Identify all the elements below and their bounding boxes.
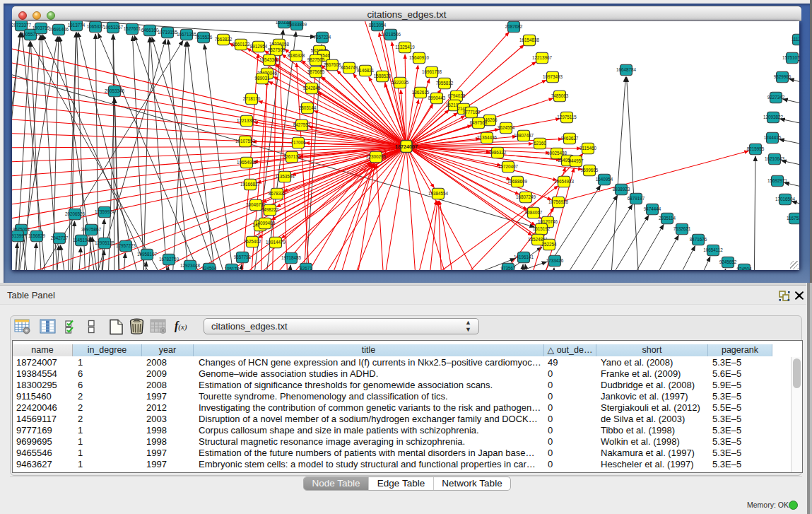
svg-text:9245652: 9245652 xyxy=(719,259,737,264)
svg-text:20206526: 20206526 xyxy=(65,211,86,216)
svg-text:3267130: 3267130 xyxy=(283,154,301,159)
svg-text:2935114: 2935114 xyxy=(659,216,676,221)
svg-text:10107553: 10107553 xyxy=(235,139,256,144)
svg-text:15751074: 15751074 xyxy=(782,55,799,60)
svg-text:924504: 924504 xyxy=(736,267,752,270)
svg-text:10807487: 10807487 xyxy=(514,133,534,138)
svg-text:8678332: 8678332 xyxy=(269,191,286,196)
svg-text:9115460: 9115460 xyxy=(579,146,597,151)
svg-text:8912954: 8912954 xyxy=(250,44,268,49)
svg-text:1167533: 1167533 xyxy=(787,216,799,221)
svg-text:2718170: 2718170 xyxy=(243,96,261,101)
svg-text:9657791: 9657791 xyxy=(234,255,252,259)
svg-text:17359924: 17359924 xyxy=(95,209,115,214)
svg-text:944957: 944957 xyxy=(568,158,584,163)
svg-text:10914479: 10914479 xyxy=(266,240,286,245)
svg-text:989031: 989031 xyxy=(254,76,270,81)
svg-text:39975867: 39975867 xyxy=(81,227,102,232)
svg-text:11325419: 11325419 xyxy=(395,45,415,49)
svg-text:9827505: 9827505 xyxy=(307,57,325,62)
svg-text:10756928: 10756928 xyxy=(548,199,569,204)
svg-text:20723377: 20723377 xyxy=(12,23,31,28)
svg-text:1362615: 1362615 xyxy=(412,90,430,95)
svg-text:14196141: 14196141 xyxy=(514,255,534,259)
svg-text:9827500: 9827500 xyxy=(268,47,286,52)
svg-text:12923448: 12923448 xyxy=(180,263,201,268)
svg-text:7663822: 7663822 xyxy=(215,37,233,42)
svg-text:717006: 717006 xyxy=(290,140,306,145)
svg-text:1588520: 1588520 xyxy=(374,74,392,78)
svg-text:924504: 924504 xyxy=(201,266,217,270)
svg-text:7632621: 7632621 xyxy=(673,226,691,231)
svg-text:1733426: 1733426 xyxy=(546,258,564,263)
svg-text:3498222: 3498222 xyxy=(261,207,279,212)
svg-text:16210643: 16210643 xyxy=(765,156,785,161)
svg-text:8990443: 8990443 xyxy=(428,95,446,100)
svg-text:7986322: 7986322 xyxy=(489,150,507,155)
svg-text:19718485: 19718485 xyxy=(281,255,302,260)
svg-text:10958107: 10958107 xyxy=(137,252,158,257)
svg-text:20053346: 20053346 xyxy=(105,88,125,93)
svg-text:18724007: 18724007 xyxy=(395,144,418,150)
svg-text:8471676: 8471676 xyxy=(690,237,707,242)
svg-text:5322035: 5322035 xyxy=(392,80,409,85)
svg-text:8454749: 8454749 xyxy=(341,65,358,70)
svg-text:10046736: 10046736 xyxy=(246,202,266,207)
svg-text:7485063: 7485063 xyxy=(551,93,569,98)
svg-text:1640954: 1640954 xyxy=(596,177,613,182)
svg-text:8215955: 8215955 xyxy=(747,146,765,151)
svg-text:9242848: 9242848 xyxy=(303,86,321,90)
svg-text:19654925: 19654925 xyxy=(237,160,257,165)
svg-text:22300295: 22300295 xyxy=(366,154,387,159)
svg-text:1913774: 1913774 xyxy=(68,23,86,28)
svg-text:1615192: 1615192 xyxy=(533,226,551,231)
svg-text:9329966: 9329966 xyxy=(774,74,792,79)
svg-text:105174: 105174 xyxy=(224,267,240,270)
svg-text:1527601: 1527601 xyxy=(124,26,141,31)
svg-text:16648784: 16648784 xyxy=(616,67,637,72)
svg-text:9777169: 9777169 xyxy=(463,110,481,115)
svg-text:10654112: 10654112 xyxy=(703,247,723,252)
svg-text:1145194: 1145194 xyxy=(73,238,90,243)
svg-text:9660123: 9660123 xyxy=(233,42,250,47)
svg-text:8813054: 8813054 xyxy=(369,23,387,28)
svg-text:1156829: 1156829 xyxy=(28,233,46,238)
svg-text:62160: 62160 xyxy=(534,141,546,146)
svg-text:16671355: 16671355 xyxy=(177,32,197,37)
svg-text:16033809: 16033809 xyxy=(287,22,307,27)
svg-text:2942737: 2942737 xyxy=(51,235,69,240)
svg-text:6466160: 6466160 xyxy=(141,28,159,33)
svg-text:82671: 82671 xyxy=(300,266,312,270)
svg-text:12213382: 12213382 xyxy=(237,118,257,123)
svg-text:111235: 111235 xyxy=(792,37,799,42)
svg-text:10653267: 10653267 xyxy=(103,25,124,30)
svg-text:19654923: 19654923 xyxy=(554,179,575,184)
svg-text:1065327: 1065327 xyxy=(87,24,105,29)
svg-text:16961758: 16961758 xyxy=(422,69,442,74)
svg-text:3875685: 3875685 xyxy=(307,69,325,74)
svg-text:19218506: 19218506 xyxy=(381,32,401,37)
svg-text:16807249: 16807249 xyxy=(516,194,536,199)
svg-text:9474444: 9474444 xyxy=(644,206,661,211)
svg-text:8938923: 8938923 xyxy=(613,187,630,192)
svg-text:19384554: 19384554 xyxy=(428,191,449,196)
svg-text:16782759: 16782759 xyxy=(159,257,180,262)
svg-text:17957223: 17957223 xyxy=(116,243,136,248)
svg-text:3624554: 3624554 xyxy=(498,125,515,130)
svg-text:7955812: 7955812 xyxy=(436,81,454,86)
svg-text:2867608: 2867608 xyxy=(324,62,341,67)
svg-text:1903719: 1903719 xyxy=(33,25,50,30)
svg-text:12975115: 12975115 xyxy=(557,115,577,119)
svg-text:9463627: 9463627 xyxy=(561,136,579,141)
svg-text:2087682: 2087682 xyxy=(505,24,523,29)
svg-text:9084067: 9084067 xyxy=(525,210,543,215)
svg-text:11353594: 11353594 xyxy=(275,174,295,179)
svg-text:16154838: 16154838 xyxy=(519,37,540,42)
svg-text:15640910: 15640910 xyxy=(409,55,430,60)
svg-text:9699695: 9699695 xyxy=(581,168,599,173)
svg-text:21364436: 21364436 xyxy=(477,135,498,140)
svg-text:1244415: 1244415 xyxy=(764,135,782,140)
svg-text:10688609: 10688609 xyxy=(507,179,528,184)
svg-text:7625402: 7625402 xyxy=(244,239,261,244)
svg-text:12905135: 12905135 xyxy=(95,240,115,245)
